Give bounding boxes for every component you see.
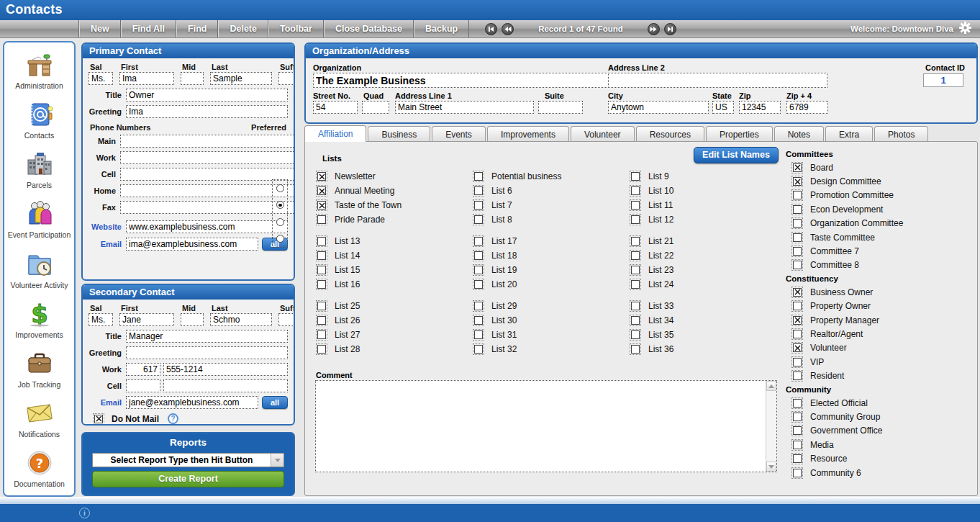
last-record-button[interactable] — [664, 23, 676, 35]
street-no-field[interactable] — [313, 101, 358, 114]
primary-mid-field[interactable] — [181, 72, 204, 85]
checkbox[interactable] — [317, 330, 326, 339]
checkbox[interactable] — [793, 399, 802, 408]
checkbox[interactable] — [317, 215, 326, 224]
checkbox[interactable] — [317, 237, 326, 246]
checkbox[interactable] — [317, 302, 326, 310]
checkbox[interactable] — [793, 330, 802, 338]
sidebar-item-notifications[interactable]: Notifications — [6, 398, 73, 438]
secondary-greeting-field[interactable] — [126, 346, 288, 359]
checkbox[interactable] — [793, 372, 802, 380]
primary-email-field[interactable] — [126, 238, 258, 251]
checkbox[interactable] — [631, 201, 640, 210]
checkbox[interactable] — [474, 266, 483, 274]
fax-area-field[interactable] — [120, 201, 295, 214]
checkbox[interactable] — [317, 186, 326, 195]
secondary-mid-field[interactable] — [181, 313, 204, 326]
sidebar-item-contacts[interactable]: circleContacts — [6, 99, 73, 140]
checkbox[interactable] — [793, 426, 802, 435]
checkbox[interactable] — [793, 219, 802, 228]
preferred-radio-cell[interactable] — [276, 218, 284, 226]
checkbox[interactable] — [631, 251, 640, 260]
checkbox[interactable] — [793, 247, 802, 256]
create-report-button[interactable]: Create Report — [92, 471, 284, 487]
primary-title-field[interactable] — [126, 89, 288, 102]
primary-sal-field[interactable] — [89, 72, 113, 85]
checkbox[interactable] — [631, 215, 640, 224]
next-record-button[interactable] — [648, 23, 660, 35]
checkbox[interactable] — [317, 266, 326, 274]
secondary-suff-field[interactable] — [278, 313, 295, 326]
zip-field[interactable] — [739, 101, 781, 114]
checkbox[interactable] — [317, 345, 326, 354]
primary-suff-field[interactable] — [278, 72, 295, 85]
checkbox[interactable] — [474, 237, 483, 246]
checkbox[interactable] — [631, 186, 640, 195]
city-field[interactable] — [608, 101, 709, 114]
sidebar-item-job-tracking[interactable]: Job Tracking — [6, 348, 73, 389]
checkbox[interactable] — [631, 280, 640, 289]
sidebar-item-parcels[interactable]: Parcels — [6, 149, 73, 189]
checkbox[interactable] — [631, 237, 640, 246]
checkbox[interactable] — [631, 266, 640, 274]
edit-list-names-button[interactable]: Edit List Names — [694, 147, 779, 163]
checkbox[interactable] — [793, 261, 802, 269]
cell-area-field[interactable] — [120, 168, 295, 181]
secondary-cell-area-field[interactable] — [126, 379, 160, 392]
checkbox[interactable] — [631, 316, 640, 325]
tab-resources[interactable]: Resources — [636, 126, 704, 142]
first-record-button[interactable] — [485, 23, 497, 35]
tab-events[interactable]: Events — [432, 126, 486, 142]
checkbox[interactable] — [317, 251, 326, 260]
checkbox[interactable] — [631, 345, 640, 354]
secondary-last-field[interactable] — [210, 313, 272, 326]
checkbox[interactable] — [793, 343, 802, 352]
do-not-mail-checkbox[interactable] — [94, 415, 103, 423]
checkbox[interactable] — [793, 441, 802, 449]
checkbox[interactable] — [793, 163, 802, 172]
checkbox[interactable] — [793, 177, 802, 186]
checkbox[interactable] — [474, 345, 483, 354]
tab-properties[interactable]: Properties — [706, 126, 773, 142]
work-area-field[interactable] — [120, 151, 295, 164]
quad-field[interactable] — [362, 101, 389, 114]
report-type-dropdown[interactable]: Select Report Type then Hit Button — [92, 453, 284, 467]
checkbox[interactable] — [793, 413, 802, 421]
address-line-2-field[interactable] — [608, 73, 827, 88]
checkbox[interactable] — [474, 302, 483, 310]
secondary-work-area-field[interactable] — [126, 363, 160, 376]
zip4-field[interactable] — [786, 101, 828, 114]
checkbox[interactable] — [793, 358, 802, 366]
checkbox[interactable] — [474, 330, 483, 339]
checkbox[interactable] — [474, 280, 483, 289]
secondary-cell-number-field[interactable] — [163, 379, 288, 392]
checkbox[interactable] — [793, 302, 802, 310]
checkbox[interactable] — [317, 280, 326, 289]
checkbox[interactable] — [793, 454, 802, 463]
state-field[interactable] — [712, 101, 734, 114]
tab-affiliation[interactable]: Affiliation — [304, 125, 366, 142]
address-line-1-field[interactable] — [395, 101, 534, 114]
checkbox[interactable] — [793, 233, 802, 242]
tab-extra[interactable]: Extra — [825, 126, 873, 142]
tab-volunteer[interactable]: Volunteer — [571, 126, 635, 142]
preferred-radio-home[interactable] — [276, 235, 284, 243]
checkbox[interactable] — [474, 215, 483, 224]
info-icon[interactable]: i — [79, 508, 90, 518]
secondary-first-field[interactable] — [119, 313, 174, 326]
primary-website-field[interactable] — [126, 220, 288, 233]
checkbox[interactable] — [793, 191, 802, 199]
sidebar-item-administration[interactable]: Administration — [6, 50, 73, 90]
preferred-radio-work[interactable] — [276, 201, 284, 209]
secondary-title-field[interactable] — [126, 330, 288, 343]
toolbar-button-delete[interactable]: Delete — [218, 20, 268, 37]
main-area-field[interactable] — [120, 135, 295, 148]
sidebar-item-volunteer-activity[interactable]: Volunteer Activity — [6, 249, 73, 289]
sidebar-item-documentation[interactable]: ?Documentation — [6, 448, 73, 488]
sidebar-item-event-participation[interactable]: Event Participation — [6, 199, 73, 239]
tab-business[interactable]: Business — [368, 126, 430, 142]
comment-scrollbar[interactable] — [766, 381, 776, 472]
toolbar-button-new[interactable]: New — [79, 20, 121, 37]
tab-notes[interactable]: Notes — [774, 126, 824, 142]
toolbar-button-backup[interactable]: Backup — [414, 20, 469, 37]
